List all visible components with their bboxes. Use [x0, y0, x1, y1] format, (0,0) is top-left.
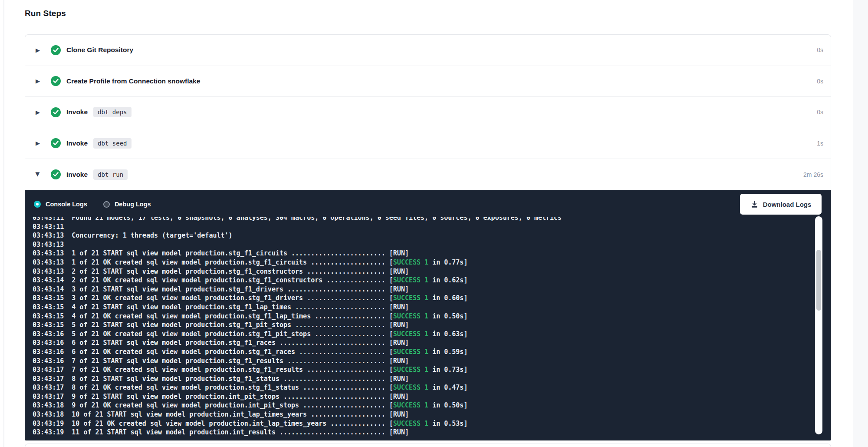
log-success-status: SUCCESS 1 [393, 330, 428, 338]
console-log-panel: Console Logs Debug Logs Download Logs 03… [25, 190, 831, 440]
log-line: 03:43:17 8 of 21 OK created sql view mod… [33, 383, 812, 392]
log-line: 03:43:15 3 of 21 OK created sql view mod… [33, 294, 812, 303]
log-line: 03:43:13 1 of 21 OK created sql view mod… [33, 258, 812, 267]
step-duration: 0s [817, 109, 823, 116]
download-icon [750, 200, 759, 209]
log-success-status: SUCCESS 1 [393, 420, 428, 427]
step-label: Create Profile from Connection snowflake [66, 77, 200, 85]
log-line: 03:43:17 8 of 21 START sql view model pr… [33, 374, 812, 384]
step-duration: 2m 26s [803, 171, 823, 178]
log-line: 03:43:14 3 of 21 START sql view model pr… [33, 285, 812, 294]
log-success-status: SUCCESS 1 [393, 258, 428, 266]
step-success-check-icon [51, 76, 61, 86]
download-logs-button[interactable]: Download Logs [740, 194, 822, 215]
log-success-status: SUCCESS 1 [393, 312, 428, 320]
log-line: 03:43:15 4 of 21 OK created sql view mod… [33, 312, 812, 321]
log-success-status: SUCCESS 1 [393, 294, 428, 302]
log-line: 03:43:16 5 of 21 OK created sql view mod… [33, 330, 812, 339]
step-row[interactable]: ▶ Clone Git Repository 0s [25, 35, 831, 66]
console-logs-radio[interactable]: Console Logs [34, 201, 87, 208]
log-line: 03:43:11 [33, 222, 812, 232]
log-line: 03:43:16 7 of 21 START sql view model pr… [33, 357, 812, 366]
step-label: Clone Git Repository [66, 46, 133, 54]
log-line: 03:43:19 10 of 21 OK created sql view mo… [33, 419, 812, 428]
console-header: Console Logs Debug Logs Download Logs [25, 190, 831, 219]
step-success-check-icon [51, 138, 61, 148]
expand-chevron-icon[interactable]: ▶ [36, 140, 45, 146]
expand-chevron-icon[interactable]: ▶ [36, 109, 45, 115]
log-scrollbar-thumb[interactable] [816, 250, 821, 311]
step-duration: 0s [817, 46, 823, 53]
step-label: Invoke [66, 108, 88, 116]
log-success-status: SUCCESS 1 [393, 401, 428, 409]
run-steps-list: ▶ Clone Git Repository 0s ▶ Create Profi… [25, 34, 831, 190]
expand-chevron-icon[interactable]: ▶ [36, 78, 45, 84]
page-title: Run Steps [25, 9, 66, 18]
step-success-check-icon [51, 169, 61, 179]
step-row[interactable]: ▶ Create Profile from Connection snowfla… [25, 66, 831, 97]
log-line: 03:43:15 4 of 21 START sql view model pr… [33, 303, 812, 312]
step-label: Invoke [66, 171, 88, 179]
log-line: 03:43:15 5 of 21 START sql view model pr… [33, 321, 812, 330]
step-command-chip: dbt run [93, 169, 128, 180]
log-lines: 03:43:11 Found 21 models, 17 tests, 0 sn… [33, 217, 812, 437]
debug-logs-radio[interactable]: Debug Logs [103, 201, 151, 208]
step-success-check-icon [51, 45, 61, 55]
step-label: Invoke [66, 139, 88, 147]
log-line: 03:43:17 9 of 21 START sql view model pr… [33, 392, 812, 401]
log-line: 03:43:13 2 of 21 START sql view model pr… [33, 267, 812, 276]
log-line: 03:43:11 Found 21 models, 17 tests, 0 sn… [33, 217, 812, 222]
debug-logs-radio-label: Debug Logs [115, 201, 151, 208]
step-row[interactable]: ▶ Invoke dbt seed 1s [25, 128, 831, 159]
log-line: 03:43:14 2 of 21 OK created sql view mod… [33, 276, 812, 285]
log-line: 03:43:16 6 of 21 OK created sql view mod… [33, 348, 812, 357]
log-line: 03:43:16 6 of 21 START sql view model pr… [33, 338, 812, 348]
log-scrollbar-track[interactable] [815, 216, 822, 434]
log-viewport[interactable]: 03:43:11 Found 21 models, 17 tests, 0 sn… [33, 217, 812, 437]
step-command-chip: dbt deps [93, 107, 131, 117]
right-gutter [853, 0, 868, 447]
log-line: 03:43:18 9 of 21 OK created sql view mod… [33, 401, 812, 410]
next-card-top-edge [25, 444, 831, 447]
content-left-divider [3, 0, 4, 447]
log-success-status: SUCCESS 1 [393, 348, 428, 356]
debug-logs-radio-dot[interactable] [103, 201, 110, 208]
expand-chevron-icon[interactable]: ▶ [36, 172, 45, 177]
download-logs-button-label: Download Logs [763, 201, 812, 208]
step-row[interactable]: ▶ Invoke dbt deps 0s [25, 97, 831, 128]
step-duration: 1s [817, 140, 823, 147]
step-row[interactable]: ▶ Invoke dbt run 2m 26s [25, 159, 831, 190]
step-duration: 0s [817, 78, 823, 85]
log-line: 03:43:13 Concurrency: 1 threads (target=… [33, 231, 812, 240]
step-success-check-icon [51, 107, 61, 117]
log-line: 03:43:17 7 of 21 OK created sql view mod… [33, 365, 812, 374]
log-success-status: SUCCESS 1 [393, 276, 428, 284]
console-logs-radio-label: Console Logs [46, 201, 87, 208]
log-line: 03:43:18 10 of 21 START sql view model p… [33, 410, 812, 419]
expand-chevron-icon[interactable]: ▶ [36, 47, 45, 53]
log-line: 03:43:13 [33, 240, 812, 249]
step-command-chip: dbt seed [93, 138, 131, 149]
log-success-status: SUCCESS 1 [393, 366, 428, 374]
log-success-status: SUCCESS 1 [393, 384, 428, 391]
console-logs-radio-dot[interactable] [34, 201, 41, 208]
log-line: 03:43:19 11 of 21 START sql view model p… [33, 428, 812, 437]
log-line: 03:43:13 1 of 21 START sql view model pr… [33, 249, 812, 258]
